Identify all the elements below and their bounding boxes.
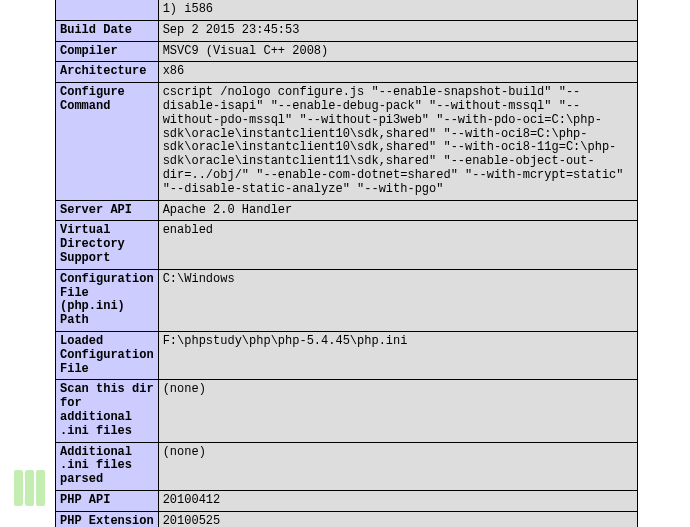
table-row: Loaded Configuration FileF:\phpstudy\php… bbox=[56, 331, 638, 379]
table-row: CompilerMSVC9 (Visual C++ 2008) bbox=[56, 41, 638, 62]
info-label: Build Date bbox=[56, 20, 159, 41]
info-value: Apache 2.0 Handler bbox=[158, 200, 637, 221]
phpinfo-table: 1) i586Build DateSep 2 2015 23:45:53Comp… bbox=[55, 0, 638, 527]
info-label: Configuration File (php.ini) Path bbox=[56, 269, 159, 331]
info-label bbox=[56, 0, 159, 20]
table-row: Additional .ini files parsed(none) bbox=[56, 442, 638, 490]
info-value: cscript /nologo configure.js "--enable-s… bbox=[158, 83, 637, 200]
info-value: enabled bbox=[158, 221, 637, 269]
info-value: 1) i586 bbox=[158, 0, 637, 20]
info-label: Scan this dir for additional .ini files bbox=[56, 380, 159, 442]
info-value: F:\phpstudy\php\php-5.4.45\php.ini bbox=[158, 331, 637, 379]
info-value: 20100412 bbox=[158, 490, 637, 511]
info-value: x86 bbox=[158, 62, 637, 83]
info-label: Additional .ini files parsed bbox=[56, 442, 159, 490]
table-row: PHP Extension20100525 bbox=[56, 511, 638, 527]
table-row: Configure Commandcscript /nologo configu… bbox=[56, 83, 638, 200]
info-value: 20100525 bbox=[158, 511, 637, 527]
info-label: Configure Command bbox=[56, 83, 159, 200]
info-value: (none) bbox=[158, 380, 637, 442]
info-value: (none) bbox=[158, 442, 637, 490]
info-label: Server API bbox=[56, 200, 159, 221]
table-row: Configuration File (php.ini) PathC:\Wind… bbox=[56, 269, 638, 331]
table-row: Server APIApache 2.0 Handler bbox=[56, 200, 638, 221]
table-row: Build DateSep 2 2015 23:45:53 bbox=[56, 20, 638, 41]
table-row: Architecturex86 bbox=[56, 62, 638, 83]
watermark bbox=[14, 470, 47, 509]
table-row: 1) i586 bbox=[56, 0, 638, 20]
info-value: C:\Windows bbox=[158, 269, 637, 331]
info-label: Loaded Configuration File bbox=[56, 331, 159, 379]
table-row: Scan this dir for additional .ini files(… bbox=[56, 380, 638, 442]
info-label: Virtual Directory Support bbox=[56, 221, 159, 269]
table-row: PHP API20100412 bbox=[56, 490, 638, 511]
info-label: Architecture bbox=[56, 62, 159, 83]
table-row: Virtual Directory Supportenabled bbox=[56, 221, 638, 269]
info-value: Sep 2 2015 23:45:53 bbox=[158, 20, 637, 41]
info-value: MSVC9 (Visual C++ 2008) bbox=[158, 41, 637, 62]
info-label: PHP API bbox=[56, 490, 159, 511]
info-label: PHP Extension bbox=[56, 511, 159, 527]
info-label: Compiler bbox=[56, 41, 159, 62]
